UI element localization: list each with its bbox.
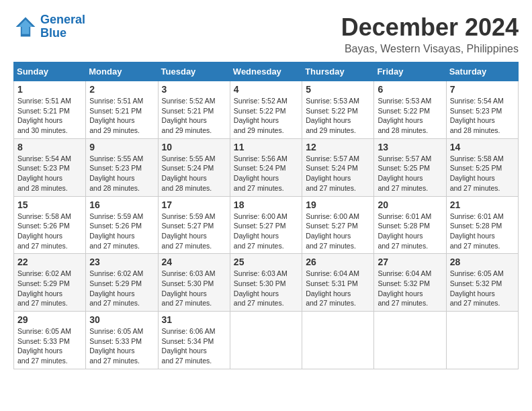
day-info: Sunrise: 5:53 AM Sunset: 5:22 PM Dayligh…: [306, 96, 370, 136]
day-info: Sunrise: 6:06 AM Sunset: 5:34 PM Dayligh…: [162, 326, 226, 366]
day-info: Sunrise: 6:02 AM Sunset: 5:29 PM Dayligh…: [89, 269, 154, 308]
day-info: Sunrise: 5:55 AM Sunset: 5:24 PM Dayligh…: [162, 154, 226, 193]
day-info: Sunrise: 6:01 AM Sunset: 5:28 PM Dayligh…: [378, 212, 442, 251]
calendar-cell: 7 Sunrise: 5:54 AM Sunset: 5:23 PM Dayli…: [446, 81, 518, 139]
calendar-cell: 16 Sunrise: 5:59 AM Sunset: 5:26 PM Dayl…: [86, 196, 158, 254]
day-info: Sunrise: 5:54 AM Sunset: 5:23 PM Dayligh…: [17, 154, 82, 193]
day-info: Sunrise: 5:56 AM Sunset: 5:24 PM Dayligh…: [234, 154, 298, 193]
day-number: 28: [450, 257, 515, 267]
day-info: Sunrise: 6:05 AM Sunset: 5:33 PM Dayligh…: [89, 326, 154, 366]
day-number: 11: [234, 142, 298, 152]
calendar-cell: 3 Sunrise: 5:52 AM Sunset: 5:21 PM Dayli…: [158, 81, 230, 139]
calendar-cell: 31 Sunrise: 6:06 AM Sunset: 5:34 PM Dayl…: [158, 312, 230, 369]
calendar-cell: 4 Sunrise: 5:52 AM Sunset: 5:22 PM Dayli…: [230, 81, 302, 139]
weekday-header-saturday: Saturday: [446, 62, 518, 81]
calendar-cell: 13 Sunrise: 5:57 AM Sunset: 5:25 PM Dayl…: [374, 138, 446, 196]
day-number: 30: [89, 314, 154, 325]
day-number: 5: [306, 84, 370, 95]
logo-text-line2: Blue: [40, 27, 85, 40]
calendar-week-1: 1 Sunrise: 5:51 AM Sunset: 5:21 PM Dayli…: [14, 81, 519, 139]
day-number: 26: [306, 257, 370, 267]
day-number: 2: [89, 84, 154, 95]
day-info: Sunrise: 5:52 AM Sunset: 5:21 PM Dayligh…: [162, 96, 226, 136]
calendar-cell: 6 Sunrise: 5:53 AM Sunset: 5:22 PM Dayli…: [374, 81, 446, 139]
weekday-header-row: SundayMondayTuesdayWednesdayThursdayFrid…: [14, 62, 519, 81]
day-info: Sunrise: 5:51 AM Sunset: 5:21 PM Dayligh…: [17, 96, 82, 136]
day-number: 21: [450, 199, 515, 210]
day-info: Sunrise: 5:59 AM Sunset: 5:27 PM Dayligh…: [162, 212, 226, 251]
calendar-cell: 2 Sunrise: 5:51 AM Sunset: 5:21 PM Dayli…: [86, 81, 158, 139]
day-number: 1: [17, 84, 82, 95]
day-number: 9: [89, 142, 154, 152]
calendar-cell: 18 Sunrise: 6:00 AM Sunset: 5:27 PM Dayl…: [230, 196, 302, 254]
location-title: Bayas, Western Visayas, Philippines: [341, 43, 519, 55]
calendar-cell: 23 Sunrise: 6:02 AM Sunset: 5:29 PM Dayl…: [86, 254, 158, 312]
month-title: December 2024: [341, 13, 519, 42]
day-info: Sunrise: 5:54 AM Sunset: 5:23 PM Dayligh…: [450, 96, 515, 136]
day-info: Sunrise: 5:55 AM Sunset: 5:23 PM Dayligh…: [89, 154, 154, 193]
calendar-cell: 5 Sunrise: 5:53 AM Sunset: 5:22 PM Dayli…: [302, 81, 374, 139]
logo: General Blue: [13, 13, 85, 40]
day-number: 29: [17, 314, 82, 325]
day-number: 19: [306, 199, 370, 210]
day-info: Sunrise: 5:58 AM Sunset: 5:26 PM Dayligh…: [17, 212, 82, 251]
day-number: 7: [450, 84, 515, 95]
day-number: 22: [17, 257, 82, 267]
calendar-cell: 8 Sunrise: 5:54 AM Sunset: 5:23 PM Dayli…: [14, 138, 86, 196]
calendar-cell: 12 Sunrise: 5:57 AM Sunset: 5:24 PM Dayl…: [302, 138, 374, 196]
title-block: December 2024 Bayas, Western Visayas, Ph…: [341, 13, 519, 55]
day-number: 13: [378, 142, 442, 152]
day-number: 3: [162, 84, 226, 95]
calendar-cell: 11 Sunrise: 5:56 AM Sunset: 5:24 PM Dayl…: [230, 138, 302, 196]
weekday-header-monday: Monday: [86, 62, 158, 81]
calendar-week-2: 8 Sunrise: 5:54 AM Sunset: 5:23 PM Dayli…: [14, 138, 519, 196]
day-number: 15: [17, 199, 82, 210]
day-number: 6: [378, 84, 442, 95]
weekday-header-thursday: Thursday: [302, 62, 374, 81]
day-number: 17: [162, 199, 226, 210]
day-info: Sunrise: 6:03 AM Sunset: 5:30 PM Dayligh…: [162, 269, 226, 308]
weekday-header-sunday: Sunday: [14, 62, 86, 81]
calendar-cell: 15 Sunrise: 5:58 AM Sunset: 5:26 PM Dayl…: [14, 196, 86, 254]
calendar-cell: 14 Sunrise: 5:58 AM Sunset: 5:25 PM Dayl…: [446, 138, 518, 196]
day-number: 18: [234, 199, 298, 210]
day-info: Sunrise: 6:00 AM Sunset: 5:27 PM Dayligh…: [234, 212, 298, 251]
day-info: Sunrise: 5:53 AM Sunset: 5:22 PM Dayligh…: [378, 96, 442, 136]
day-number: 31: [162, 314, 226, 325]
day-info: Sunrise: 6:04 AM Sunset: 5:31 PM Dayligh…: [306, 269, 370, 308]
day-info: Sunrise: 5:57 AM Sunset: 5:25 PM Dayligh…: [378, 154, 442, 193]
weekday-header-friday: Friday: [374, 62, 446, 81]
calendar-cell: 27 Sunrise: 6:04 AM Sunset: 5:32 PM Dayl…: [374, 254, 446, 312]
day-number: 10: [162, 142, 226, 152]
day-number: 16: [89, 199, 154, 210]
logo-text-line1: General: [40, 13, 85, 27]
day-number: 8: [17, 142, 82, 152]
day-info: Sunrise: 5:51 AM Sunset: 5:21 PM Dayligh…: [89, 96, 154, 136]
calendar-week-5: 29 Sunrise: 6:05 AM Sunset: 5:33 PM Dayl…: [14, 312, 519, 369]
day-number: 25: [234, 257, 298, 267]
day-info: Sunrise: 6:05 AM Sunset: 5:32 PM Dayligh…: [450, 269, 515, 308]
calendar-cell: 10 Sunrise: 5:55 AM Sunset: 5:24 PM Dayl…: [158, 138, 230, 196]
day-number: 27: [378, 257, 442, 267]
calendar-week-3: 15 Sunrise: 5:58 AM Sunset: 5:26 PM Dayl…: [14, 196, 519, 254]
calendar-cell: 19 Sunrise: 6:00 AM Sunset: 5:27 PM Dayl…: [302, 196, 374, 254]
calendar-cell: 30 Sunrise: 6:05 AM Sunset: 5:33 PM Dayl…: [86, 312, 158, 369]
calendar-cell: [302, 312, 374, 369]
calendar-cell: 17 Sunrise: 5:59 AM Sunset: 5:27 PM Dayl…: [158, 196, 230, 254]
day-info: Sunrise: 6:03 AM Sunset: 5:30 PM Dayligh…: [234, 269, 298, 308]
calendar-cell: 1 Sunrise: 5:51 AM Sunset: 5:21 PM Dayli…: [14, 81, 86, 139]
day-info: Sunrise: 5:57 AM Sunset: 5:24 PM Dayligh…: [306, 154, 370, 193]
day-info: Sunrise: 5:52 AM Sunset: 5:22 PM Dayligh…: [234, 96, 298, 136]
page-header: General Blue December 2024 Bayas, Wester…: [13, 13, 519, 55]
calendar-cell: 20 Sunrise: 6:01 AM Sunset: 5:28 PM Dayl…: [374, 196, 446, 254]
day-number: 4: [234, 84, 298, 95]
day-info: Sunrise: 6:05 AM Sunset: 5:33 PM Dayligh…: [17, 326, 82, 366]
calendar-cell: 22 Sunrise: 6:02 AM Sunset: 5:29 PM Dayl…: [14, 254, 86, 312]
day-number: 14: [450, 142, 515, 152]
day-info: Sunrise: 5:59 AM Sunset: 5:26 PM Dayligh…: [89, 212, 154, 251]
calendar-cell: 25 Sunrise: 6:03 AM Sunset: 5:30 PM Dayl…: [230, 254, 302, 312]
calendar-week-4: 22 Sunrise: 6:02 AM Sunset: 5:29 PM Dayl…: [14, 254, 519, 312]
logo-icon: [13, 15, 38, 39]
calendar-cell: 26 Sunrise: 6:04 AM Sunset: 5:31 PM Dayl…: [302, 254, 374, 312]
day-number: 12: [306, 142, 370, 152]
